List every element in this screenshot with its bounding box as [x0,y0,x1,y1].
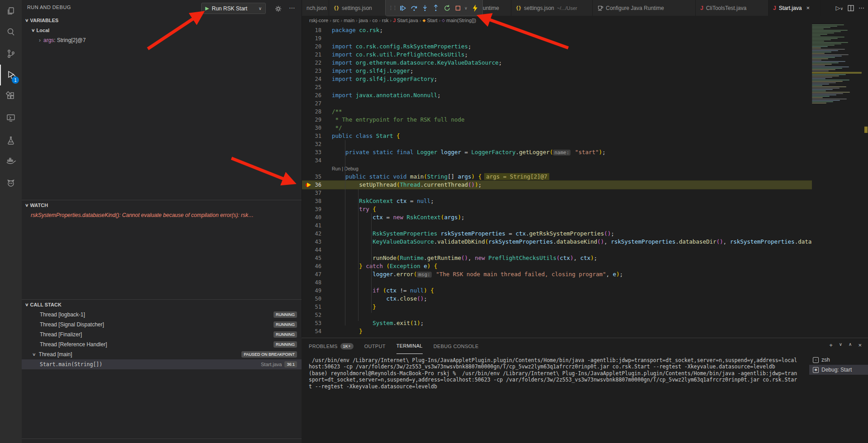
terminal-dropdown-icon[interactable]: ∨ [839,342,842,349]
continue-icon[interactable] [398,3,407,14]
call-stack-thread[interactable]: ∨Thread [main]PAUSED ON BREAKPOINT [22,349,302,359]
tab-clitoolstest-java[interactable]: JCliToolsTest.java [696,0,769,16]
stack-frame-row[interactable]: Start.main(String[])Start.java36:1 [22,359,302,369]
gear-icon[interactable] [275,4,284,12]
breadcrumb-item[interactable]: ◆Start [422,18,437,23]
step-into-icon[interactable] [420,3,429,14]
gutter[interactable]: 27 [302,99,332,108]
panel-tab-problems[interactable]: PROBLEMS1K+ [309,338,354,354]
docker-icon[interactable] [0,151,22,172]
gutter[interactable]: 39 [302,205,332,213]
gutter[interactable]: 36 [302,181,332,189]
gutter[interactable]: 35 [302,173,332,181]
source-control-icon[interactable] [0,43,22,64]
panel-tab-output[interactable]: OUTPUT [364,338,386,354]
code-editor[interactable]: 17 */18package co.rsk;1920import co.rsk.… [302,24,812,338]
gutter[interactable]: 51 [302,303,332,311]
tab-start-java[interactable]: JStart.java× [769,0,821,16]
gutter[interactable]: 25 [302,83,332,91]
gutter[interactable]: 48 [302,278,332,287]
gutter[interactable]: 28 [302,108,332,116]
gutter[interactable]: 30 [302,124,332,132]
call-stack-thread[interactable]: Thread [Signal Dispatcher]RUNNING [22,320,302,330]
gutter[interactable]: 37 [302,189,332,197]
hot-code-replace-icon[interactable] [471,3,480,14]
gutter[interactable]: 21 [302,51,332,59]
step-over-icon[interactable] [409,3,418,14]
gutter[interactable]: 41 [302,222,332,230]
more-actions-icon[interactable]: ⋯ [859,5,864,11]
minimap[interactable] [812,24,862,338]
breadcrumb-item[interactable]: main [344,18,354,23]
gutter[interactable]: 52 [302,311,332,319]
search-icon[interactable] [0,22,22,42]
run-config-dropdown[interactable]: ▶ Run RSK Start ∨ [201,3,266,14]
gutter[interactable]: 23 [302,67,332,75]
gutter[interactable]: 34 [302,156,332,165]
gutter[interactable]: 26 [302,91,332,99]
mascot-icon[interactable] [0,173,22,193]
gutter[interactable]: 32 [302,140,332,148]
gutter[interactable]: 46 [302,262,332,270]
gutter[interactable]: 24 [302,75,332,83]
gutter[interactable]: 18 [302,26,332,34]
drag-handle-icon[interactable]: ⋮⋮ [388,5,396,11]
variables-scope-local[interactable]: ∨ Local [22,25,302,35]
gutter[interactable]: 49 [302,287,332,295]
call-stack-thread[interactable]: Thread [logback-1]RUNNING [22,310,302,320]
breadcrumb-item[interactable]: ◇main(String[]) [442,18,476,23]
call-stack-thread[interactable]: Thread [Reference Handler]RUNNING [22,339,302,349]
close-icon[interactable]: × [806,5,810,11]
terminal-session-zsh[interactable]: ›zsh [809,355,868,365]
terminal-output[interactable]: /usr/bin/env /Library/Internet\ Plug-Ins… [309,357,807,443]
variables-section-header[interactable]: ∨ VARIABLES [22,15,302,25]
terminal-session-debug-start[interactable]: ✱Debug: Start [809,365,868,375]
breadcrumb-item[interactable]: src [333,18,340,23]
maximize-panel-icon[interactable]: ∧ [849,342,852,349]
run-debug-icon[interactable]: 1 [0,65,22,85]
remote-explorer-icon[interactable] [0,108,22,128]
gutter[interactable]: 20 [302,42,332,51]
call-stack-thread[interactable]: Thread [Finalizer]RUNNING [22,330,302,339]
gutter[interactable]: 42 [302,230,332,238]
call-stack-section-header[interactable]: ∨ CALL STACK [22,300,302,310]
gutter[interactable]: 44 [302,246,332,254]
breadcrumb-item[interactable]: JStart.java [393,18,418,23]
gutter[interactable]: 47 [302,270,332,278]
restart-icon[interactable] [443,3,452,14]
gutter[interactable]: 54 [302,327,332,335]
overview-ruler[interactable] [862,16,868,338]
split-editor-icon[interactable] [848,5,854,11]
watch-section-header[interactable]: ∨ WATCH [22,200,302,210]
tab-settings-json[interactable]: {}settings.json~/.../User [511,0,593,16]
breakpoint-current-frame-icon[interactable] [306,183,311,187]
run-file-icon[interactable]: ▷∨ [835,5,843,11]
close-panel-icon[interactable]: × [858,342,862,349]
breadcrumb-item[interactable]: co [373,18,378,23]
new-terminal-icon[interactable]: + [829,342,833,349]
more-actions-icon[interactable]: ⋯ [288,4,297,11]
gutter[interactable]: 38 [302,197,332,205]
panel-tab-debug-console[interactable]: DEBUG CONSOLE [434,338,479,354]
watch-expression-row[interactable]: rskSystemProperties.databaseKind(): Cann… [22,210,302,220]
tab-configure-java-runtime[interactable]: Configure Java Runtime [593,0,696,16]
breadcrumb-item[interactable]: rsk [382,18,389,23]
gutter[interactable]: 53 [302,319,332,327]
variable-row-args[interactable]: › args : String[2]@7 [22,35,302,45]
gutter[interactable]: 29 [302,116,332,124]
chevron-down-icon[interactable]: ∨ [464,6,468,10]
gutter[interactable]: 33 [302,148,332,156]
gutter[interactable]: 40 [302,213,332,222]
extensions-icon[interactable] [0,86,22,107]
panel-tab-terminal[interactable]: TERMINAL [396,338,423,354]
gutter[interactable]: 45 [302,254,332,262]
gutter[interactable]: 19 [302,34,332,42]
gutter[interactable]: 31 [302,132,332,140]
gutter[interactable] [302,165,332,173]
step-out-icon[interactable] [431,3,440,14]
test-beaker-icon[interactable] [0,130,22,151]
tab-nch-json[interactable]: nch.json [302,0,329,16]
gutter[interactable]: 50 [302,295,332,303]
files-icon[interactable] [0,1,22,22]
stop-icon[interactable] [453,3,462,14]
